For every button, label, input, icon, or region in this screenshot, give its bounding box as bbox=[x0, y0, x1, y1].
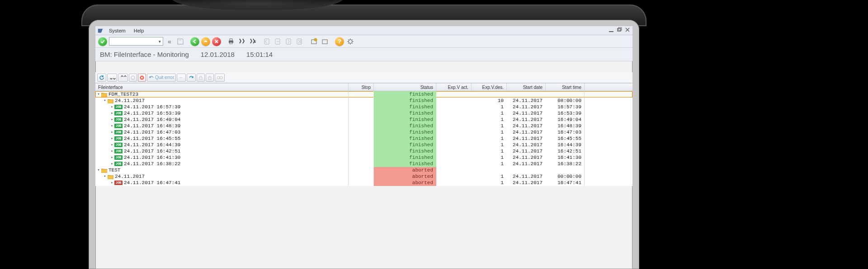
svg-rect-17 bbox=[199, 77, 202, 79]
job-icon: JOB bbox=[114, 149, 123, 153]
minimize-icon[interactable] bbox=[608, 27, 614, 34]
expander-icon[interactable]: ▸ bbox=[110, 116, 114, 123]
customize-icon[interactable] bbox=[346, 37, 355, 46]
job-icon: JOB bbox=[114, 143, 123, 147]
table-row[interactable]: ▾24.11.2017finished1024.11.201708:00:00 bbox=[95, 97, 632, 104]
expander-icon[interactable]: ▸ bbox=[110, 129, 114, 135]
table-row[interactable]: ▸JOB24.11.2017 16:48:39finished124.11.20… bbox=[95, 123, 632, 129]
col-fileinterface[interactable]: Fileinterface bbox=[95, 83, 349, 91]
table-row[interactable]: ▸JOB24.11.2017 16:53:39finished124.11.20… bbox=[95, 110, 632, 116]
delete-button[interactable] bbox=[138, 74, 146, 82]
table-row[interactable]: ▸JOB24.11.2017 16:42:51finished124.11.20… bbox=[95, 148, 632, 154]
find-icon[interactable] bbox=[237, 37, 246, 46]
collapse-all-button[interactable]: ⌃⌃ bbox=[118, 74, 128, 82]
menu-help[interactable]: Help bbox=[131, 27, 147, 34]
status-cell: finished bbox=[374, 110, 436, 116]
exit-button[interactable] bbox=[201, 37, 210, 46]
menu-system[interactable]: System bbox=[106, 27, 128, 34]
table-row[interactable]: ▸JOB24.11.2017 16:41:30finished124.11.20… bbox=[95, 154, 632, 161]
expander-icon[interactable]: ▸ bbox=[110, 110, 114, 116]
expander-icon[interactable]: ▸ bbox=[110, 135, 114, 142]
expander-icon[interactable]: ▾ bbox=[103, 173, 107, 180]
help-button[interactable]: ? bbox=[335, 37, 344, 46]
svg-rect-5 bbox=[230, 39, 232, 41]
status-cell: finished bbox=[374, 129, 436, 135]
col-status[interactable]: Status bbox=[374, 83, 436, 91]
table-row[interactable]: ▸JOB24.11.2017 16:47:41aborted124.11.201… bbox=[95, 180, 632, 186]
row-label: 24.11.2017 16:45:55 bbox=[124, 135, 180, 142]
row-label: 24.11.2017 16:44:39 bbox=[124, 142, 180, 148]
expand-all-button[interactable]: ⌄⌄ bbox=[107, 74, 117, 82]
redo-button[interactable] bbox=[187, 74, 196, 82]
table-row[interactable]: ▾FDM_TEST23finished bbox=[95, 91, 632, 97]
status-cell: finished bbox=[374, 104, 436, 110]
status-cell: aborted bbox=[374, 180, 436, 186]
job-icon: JOB bbox=[114, 105, 123, 109]
back-button[interactable] bbox=[190, 37, 199, 46]
svg-rect-18 bbox=[208, 77, 211, 79]
expander-icon[interactable]: ▾ bbox=[103, 97, 107, 104]
quit-error-button[interactable]: Quit error bbox=[147, 74, 176, 82]
job-icon: JOB bbox=[114, 111, 123, 116]
col-expvdes[interactable]: Exp.V.des. bbox=[472, 83, 507, 91]
table-row[interactable]: ▸JOB24.11.2017 16:57:39finished124.11.20… bbox=[95, 104, 632, 110]
title-bar: BM: FileInterface - Monitoring 12.01.201… bbox=[95, 48, 632, 61]
expander-icon[interactable]: ▸ bbox=[110, 123, 114, 129]
col-starttime[interactable]: Start time bbox=[546, 83, 585, 91]
row-label: 24.11.2017 16:53:39 bbox=[124, 110, 180, 116]
row-label: 24.11.2017 16:47:03 bbox=[124, 129, 180, 135]
row-label: 24.11.2017 16:49:04 bbox=[124, 116, 180, 123]
status-cell: finished bbox=[374, 135, 436, 142]
expander-icon[interactable]: ▾ bbox=[96, 167, 101, 173]
cancel-button[interactable] bbox=[212, 37, 221, 46]
refresh-button[interactable] bbox=[97, 74, 106, 82]
expander-icon[interactable]: ▸ bbox=[110, 148, 114, 154]
folder-icon bbox=[107, 174, 113, 179]
find-next-icon[interactable] bbox=[248, 37, 257, 46]
new-session-icon[interactable] bbox=[310, 37, 319, 46]
expander-icon[interactable]: ▸ bbox=[110, 161, 114, 167]
grid-header: Fileinterface Stop Status Exp.V act. Exp… bbox=[95, 83, 632, 91]
folder-icon bbox=[101, 92, 107, 97]
folder-icon bbox=[107, 98, 113, 103]
dropdown-icon: ▾ bbox=[156, 39, 163, 44]
row-label: 24.11.2017 16:42:51 bbox=[124, 148, 180, 154]
svg-point-19 bbox=[217, 76, 220, 79]
save-icon bbox=[176, 37, 185, 46]
expander-icon[interactable]: ▸ bbox=[110, 180, 114, 186]
unlock-button bbox=[206, 74, 214, 82]
status-cell: finished bbox=[374, 123, 436, 129]
expander-icon[interactable]: ▸ bbox=[110, 142, 114, 148]
table-row[interactable]: ▸JOB24.11.2017 16:49:04finished124.11.20… bbox=[95, 116, 632, 123]
svg-rect-9 bbox=[286, 39, 291, 44]
table-row[interactable]: ▸JOB24.11.2017 16:47:03finished124.11.20… bbox=[95, 129, 632, 135]
enter-button[interactable] bbox=[98, 37, 107, 46]
status-cell: finished bbox=[374, 148, 436, 154]
table-row[interactable]: ▸JOB24.11.2017 16:44:39finished124.11.20… bbox=[95, 142, 632, 148]
svg-rect-0 bbox=[609, 31, 613, 32]
stop-button bbox=[129, 74, 137, 82]
shortcut-icon[interactable] bbox=[321, 37, 330, 46]
col-stop[interactable]: Stop bbox=[349, 83, 374, 91]
col-startdate[interactable]: Start date bbox=[507, 83, 546, 91]
table-row[interactable]: ▾24.11.2017aborted124.11.201700:00:00 bbox=[95, 173, 632, 180]
job-icon: JOB bbox=[114, 162, 123, 166]
back-icon[interactable]: « bbox=[165, 37, 174, 46]
close-icon[interactable] bbox=[624, 27, 631, 34]
first-page-icon bbox=[263, 37, 272, 46]
col-expvact[interactable]: Exp.V act. bbox=[436, 83, 472, 91]
job-icon: JOB bbox=[114, 124, 123, 128]
status-cell: finished bbox=[374, 116, 436, 123]
restore-icon[interactable] bbox=[616, 27, 623, 34]
command-field[interactable]: ▾ bbox=[109, 37, 163, 46]
expander-icon[interactable]: ▾ bbox=[96, 91, 101, 97]
svg-rect-3 bbox=[179, 39, 181, 41]
svg-rect-2 bbox=[618, 28, 622, 30]
table-row[interactable]: ▸JOB24.11.2017 16:45:55finished124.11.20… bbox=[95, 135, 632, 142]
expander-icon[interactable]: ▸ bbox=[110, 104, 114, 110]
print-icon[interactable] bbox=[226, 37, 236, 46]
table-row[interactable]: ▾TESTaborted bbox=[95, 167, 632, 173]
expander-icon[interactable]: ▸ bbox=[110, 154, 114, 161]
svg-rect-1 bbox=[618, 28, 621, 31]
table-row[interactable]: ▸JOB24.11.2017 16:38:22finished124.11.20… bbox=[95, 161, 632, 167]
